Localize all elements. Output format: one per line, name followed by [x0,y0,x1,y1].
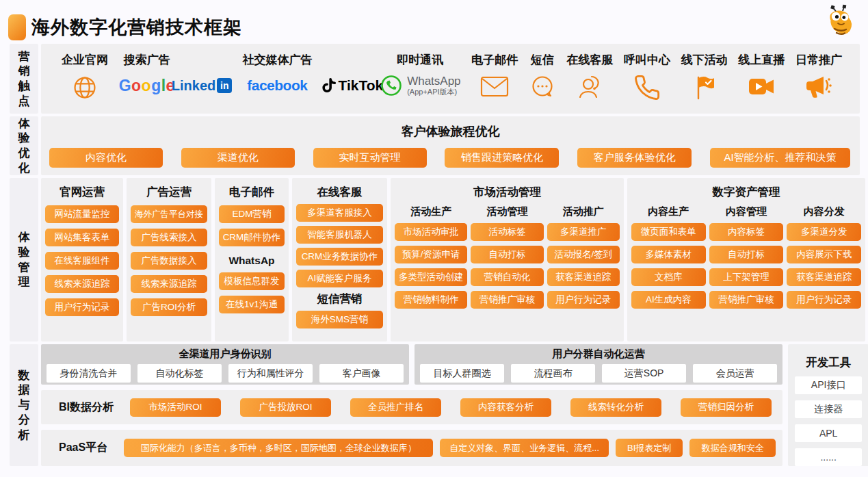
touchpoint-offline-events: 线下活动 [681,52,728,114]
devtools-chip: APL [795,424,862,442]
capability-button: 自动打标 [709,246,784,263]
capability-button: AI赋能客户服务 [296,270,383,287]
bee-mascot-logo [823,4,857,40]
identity-chip: 自动化标签 [137,364,222,383]
capability-button: 多类型活动创建 [395,268,467,286]
capability-button: 广告线索接入 [131,229,207,246]
megaphone-icon [803,74,834,101]
capability-button: AI生成内容 [631,291,706,309]
touchpoints-row: 营销触点 企业官网 搜索广告 Google 社交媒体广告 [10,44,860,114]
capability-button: 营销自动化 [471,268,543,286]
identity-panel: 全渠道用户身份识别 身份清洗合并 自动化标签 行为和属性评分 客户画像 [41,344,409,385]
touchpoint-sms: 短信 [529,52,556,114]
devtools-chip: ...... [795,448,862,466]
management-band: 官网运营 网站流量监控 网站集客表单 在线客服组件 线索来源追踪 用户行为记录 … [41,178,865,341]
sidebar-label-touchpoints: 营销触点 [10,44,38,114]
touchpoint-instant-messaging: 即时通讯 WhatsApp (App+API版本) [380,52,460,114]
capability-button: 内容标签 [709,223,784,241]
touchpoint-daily-promotion: 日常推广 [795,52,842,114]
capability-button: 在线客服组件 [45,252,119,270]
content-distribution-column: 内容分发 多渠道分发 内容展示下载 获客渠道追踪 用户行为记录 [787,203,861,313]
capability-button: 在线1v1沟通 [219,296,285,313]
capability-button: 用户行为记录 [547,291,620,309]
whatsapp-logo: WhatsApp (App+API版本) [380,74,460,97]
page-title: 海外数字化营销技术框架 [31,15,242,40]
bi-button: 市场活动ROI [130,398,221,417]
sidebar-label-experience-management: 体验管理 [10,178,38,341]
capability-button: 智能客服机器人 [296,226,383,244]
capability-button: 线索来源追踪 [131,275,207,293]
journey-button: 实时互动管理 [313,148,427,168]
google-logo: Google [119,77,175,95]
linkedin-logo: Linked in [172,78,232,94]
paas-band: PaaS平台 国际化能力（多语言，多币种，多时区，国际地图，全球企业数据库） 自… [41,430,782,466]
capability-button: 用户行为记录 [45,298,119,316]
paas-button: 自定义对象、界面、业务逻辑、流程... [440,439,609,457]
capability-button: 营销物料制作 [395,291,467,309]
journey-button: 销售跟进策略优化 [445,148,559,168]
panel-digital-asset-management: 数字资产管理 内容生产 微页面和表单 多媒体素材 文档库 AI生成内容 内容管理… [627,178,865,341]
capability-button: 活动报名/签到 [547,246,620,263]
capability-button: 微页面和表单 [631,223,706,241]
flag-icon [691,74,718,101]
bi-button: 线索转化分析 [570,398,661,417]
identity-chip: 行为和属性评分 [228,364,313,383]
paas-button: 数据合规和安全 [689,439,776,457]
video-icon [746,74,776,100]
segmentation-panel: 用户分群自动化运营 目标人群圈选 流程画布 运营SOP 会员运营 [415,344,782,385]
capability-button: 活动标签 [471,223,543,241]
panel-campaign-management: 市场活动管理 活动生产 市场活动审批 预算/资源申请 多类型活动创建 营销物料制… [391,178,624,341]
capability-button: 模板信息群发 [219,272,285,290]
touchpoints-band: 企业官网 搜索广告 Google 社交媒体广告 Linked in [41,44,860,114]
capability-button: 预算/资源申请 [395,246,467,263]
touchpoint-online-service: 在线客服 [566,52,613,114]
touchpoint-live-streaming: 线上直播 [738,52,785,114]
segmentation-chip: 流程画布 [511,364,595,383]
capability-button: 海外SMS营销 [296,311,383,328]
capability-button: 获客渠道追踪 [787,268,861,286]
capability-button: CRM邮件协作 [219,229,285,246]
tiktok-logo: TikTok [322,77,383,94]
identity-chip: 客户画像 [319,364,404,383]
campaign-promotion-column: 活动推广 多渠道推广 活动报名/签到 获客渠道追踪 用户行为记录 [547,203,620,313]
capability-button: 营销推广审核 [471,291,543,309]
globe-icon [71,74,98,101]
capability-button: 线索来源追踪 [45,275,119,293]
capability-button: 文档库 [631,268,706,286]
capability-button: 多媒体素材 [631,246,706,263]
campaign-management-column: 活动管理 活动标签 自动打标 营销自动化 营销推广审核 [471,203,543,313]
capability-button: 多渠道客服接入 [296,204,383,222]
capability-button: 广告数据接入 [131,252,207,270]
journey-button: AI智能分析、推荐和决策 [710,148,850,168]
experience-management-row: 体验管理 官网运营 网站流量监控 网站集客表单 在线客服组件 线索来源追踪 用户… [10,178,860,341]
journey-button: 内容优化 [49,148,163,168]
capability-button: 上下架管理 [709,268,784,286]
sidebar-label-data-analytics: 数据与分析 [10,344,38,466]
bi-button: 全员推广排名 [350,398,441,417]
agent-icon [575,74,604,101]
paas-button: 国际化能力（多语言，多币种，多时区，国际地图，全球企业数据库） [124,439,433,457]
bi-label: BI数据分析 [59,400,114,415]
panel-ad-ops: 广告运营 海外广告平台对接 广告线索接入 广告数据接入 线索来源追踪 广告ROI… [127,178,211,341]
capability-button: 海外广告平台对接 [131,205,207,223]
capability-button: 营销推广审核 [709,291,784,309]
panel-service-sms: 在线客服 多渠道客服接入 智能客服机器人 CRM业务数据协作 AI赋能客户服务 … [292,178,387,341]
capability-button: 网站集客表单 [45,229,119,246]
identity-chip: 身份清洗合并 [47,364,131,383]
experience-optimization-row: 体验优化 客户体验旅程优化 内容优化 渠道优化 实时互动管理 销售跟进策略优化 … [10,116,860,175]
facebook-logo: facebook [247,77,307,94]
panel-website-ops: 官网运营 网站流量监控 网站集客表单 在线客服组件 线索来源追踪 用户行为记录 [41,178,123,341]
capability-button: CRM业务数据协作 [296,248,383,266]
devtools-chip: API接口 [795,376,862,394]
touchpoint-call-center: 呼叫中心 [624,52,670,114]
journey-button: 渠道优化 [181,148,295,168]
capability-button: 多渠道分发 [787,223,861,241]
bi-button: 营销归因分析 [681,398,772,417]
data-analytics-row: 数据与分析 全渠道用户身份识别 身份清洗合并 自动化标签 行为和属性评分 客户画… [10,344,860,466]
sms-bubble-icon [529,74,556,101]
capability-button: 内容展示下载 [787,246,861,263]
slide-canvas: 海外数字化营销技术框架 营销触点 企业官网 [0,0,868,477]
segmentation-chip: 会员运营 [693,364,777,383]
bi-button: 内容获客分析 [460,398,551,417]
segmentation-chip: 目标人群圈选 [420,364,504,383]
